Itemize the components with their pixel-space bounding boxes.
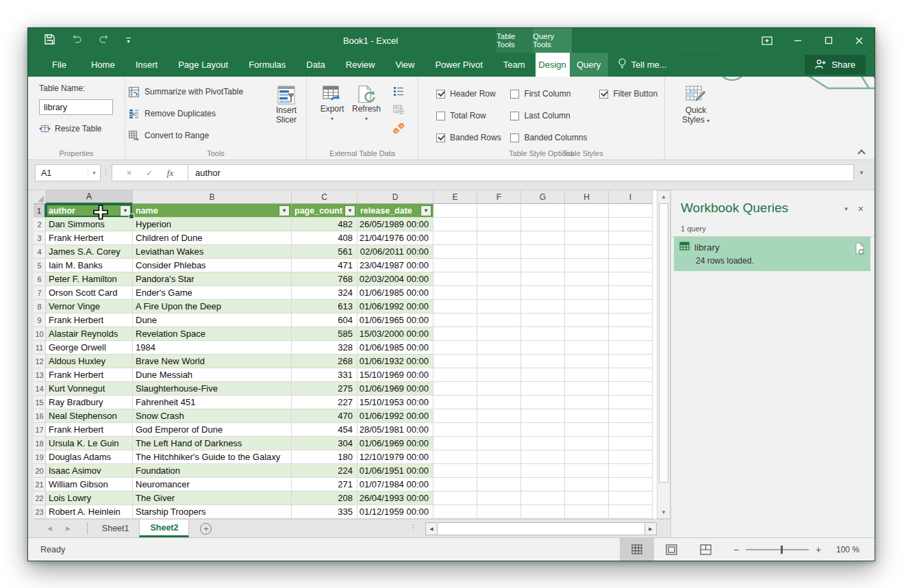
cell-D2[interactable]: 26/05/1989 00:00	[357, 218, 434, 231]
open-in-browser-icon[interactable]	[393, 105, 404, 117]
cell-B4[interactable]: Leviathan Wakes	[133, 245, 292, 259]
cell-B2[interactable]: Hyperion	[133, 218, 292, 231]
save-icon[interactable]	[45, 34, 55, 47]
zoom-level[interactable]: 100 %	[824, 545, 859, 554]
cell-E10[interactable]	[434, 327, 477, 341]
cell-C3[interactable]: 408	[292, 231, 357, 245]
cell-H17[interactable]	[565, 423, 609, 437]
unlink-icon[interactable]	[393, 123, 404, 136]
cell-F2[interactable]	[477, 218, 521, 231]
row-header-7[interactable]: 7	[34, 286, 46, 300]
cell-G8[interactable]	[521, 300, 565, 314]
checkbox-banded-columns[interactable]: Banded Columns	[510, 131, 599, 144]
zoom-slider-thumb[interactable]	[781, 546, 783, 554]
name-box[interactable]: A1 ▾	[35, 164, 101, 181]
table-header-cell-D1[interactable]: release_date▾	[357, 204, 434, 218]
row-header-23[interactable]: 23	[34, 505, 46, 519]
cell-F4[interactable]	[477, 245, 521, 259]
filter-button-page-count[interactable]: ▾	[344, 205, 355, 216]
cell-F5[interactable]	[477, 259, 521, 272]
table-header-cell-A1[interactable]: author▾	[46, 204, 133, 218]
cell-B15[interactable]: Fahrenheit 451	[133, 396, 292, 409]
cell-B9[interactable]: Dune	[133, 314, 292, 327]
cell-B7[interactable]: Ender's Game	[133, 286, 292, 300]
cell-C19[interactable]: 180	[292, 450, 357, 464]
row-header-9[interactable]: 9	[34, 314, 46, 327]
checkbox-header-row[interactable]: Header Row	[436, 87, 510, 101]
checkbox-first-column[interactable]: First Column	[510, 87, 599, 101]
column-header-H[interactable]: H	[565, 190, 609, 204]
tab-home[interactable]: Home	[81, 53, 125, 77]
expand-formula-bar-icon[interactable]: ▾	[854, 164, 869, 176]
cell-I22[interactable]	[609, 491, 653, 505]
cell-C15[interactable]: 227	[292, 396, 357, 409]
cell-C9[interactable]: 604	[292, 314, 357, 327]
cell-G16[interactable]	[521, 409, 565, 423]
cell-G3[interactable]	[521, 231, 565, 245]
checkbox-total-row[interactable]: Total Row	[436, 109, 510, 123]
cell-H6[interactable]	[565, 272, 609, 286]
cell-D9[interactable]: 01/06/1965 00:00	[357, 314, 434, 327]
cell-H4[interactable]	[565, 245, 609, 259]
cell-G11[interactable]	[521, 341, 565, 355]
cell-F12[interactable]	[477, 355, 521, 368]
cell-H7[interactable]	[565, 286, 609, 300]
share-button[interactable]: Share	[805, 55, 866, 75]
quick-styles-button[interactable]: Quick Styles ▾	[679, 84, 713, 126]
export-button[interactable]: Export ▾	[315, 84, 349, 159]
cell-I16[interactable]	[609, 409, 653, 423]
new-sheet-button[interactable]: +	[200, 523, 212, 535]
cell-H5[interactable]	[565, 259, 609, 272]
cell-F23[interactable]	[477, 505, 521, 519]
cell-I4[interactable]	[609, 245, 653, 259]
sheet-bar-resize-handle[interactable]: ⋮	[410, 523, 417, 532]
cell-E9[interactable]	[434, 314, 477, 327]
row-header-16[interactable]: 16	[34, 409, 46, 423]
cell-A4[interactable]: James S.A. Corey	[46, 245, 133, 259]
page-layout-view-button[interactable]	[654, 538, 688, 561]
cell-B3[interactable]: Children of Dune	[133, 231, 292, 245]
cell-F7[interactable]	[477, 286, 521, 300]
cell-G9[interactable]	[521, 314, 565, 327]
refresh-button[interactable]: Refresh ▾	[349, 84, 384, 159]
previous-sheet-icon[interactable]: ◀	[47, 525, 52, 532]
checkbox-box-banded-rows[interactable]	[436, 133, 445, 142]
cell-I17[interactable]	[609, 423, 653, 437]
cell-B17[interactable]: God Emperor of Dune	[133, 423, 292, 437]
cell-B13[interactable]: Dune Messiah	[133, 368, 292, 382]
cell-H3[interactable]	[565, 231, 609, 245]
cell-D23[interactable]: 01/12/1959 00:00	[357, 505, 434, 519]
cell-A17[interactable]: Frank Herbert	[46, 423, 133, 437]
cell-I23[interactable]	[609, 505, 653, 519]
cell-A6[interactable]: Peter F. Hamilton	[46, 272, 133, 286]
row-header-10[interactable]: 10	[34, 327, 46, 341]
cell-B21[interactable]: Neuromancer	[133, 478, 292, 491]
cell-H19[interactable]	[565, 450, 609, 464]
column-header-E[interactable]: E	[434, 190, 477, 204]
row-header-19[interactable]: 19	[34, 450, 46, 464]
remove-duplicates-button[interactable]: Remove Duplicates	[128, 107, 268, 120]
cell-E17[interactable]	[434, 423, 477, 437]
cell-H20[interactable]	[565, 464, 609, 478]
tab-design[interactable]: Design	[536, 53, 570, 77]
cell-E16[interactable]	[434, 409, 477, 423]
cell-I6[interactable]	[609, 272, 653, 286]
insert-slicer-button[interactable]: Insert Slicer	[269, 84, 303, 159]
cell-C2[interactable]: 482	[292, 218, 357, 231]
cell-H16[interactable]	[565, 409, 609, 423]
filter-button-release-date[interactable]: ▾	[420, 205, 431, 216]
row-header-20[interactable]: 20	[34, 464, 46, 478]
cell-E1[interactable]	[434, 204, 477, 218]
cell-D8[interactable]: 01/06/1992 00:00	[357, 300, 434, 314]
cell-A15[interactable]: Ray Bradbury	[46, 396, 133, 409]
cell-E20[interactable]	[434, 464, 477, 478]
cell-B12[interactable]: Brave New World	[133, 355, 292, 368]
ribbon-display-options-icon[interactable]	[751, 28, 782, 53]
cell-E18[interactable]	[434, 437, 477, 450]
cell-G4[interactable]	[521, 245, 565, 259]
formula-bar-resize-handle[interactable]: ⋮	[101, 164, 112, 176]
cell-D22[interactable]: 26/04/1993 00:00	[357, 491, 434, 505]
vertical-scrollbar-thumb[interactable]	[659, 203, 668, 483]
query-refresh-icon[interactable]	[855, 242, 865, 257]
tab-view[interactable]: View	[385, 53, 425, 77]
